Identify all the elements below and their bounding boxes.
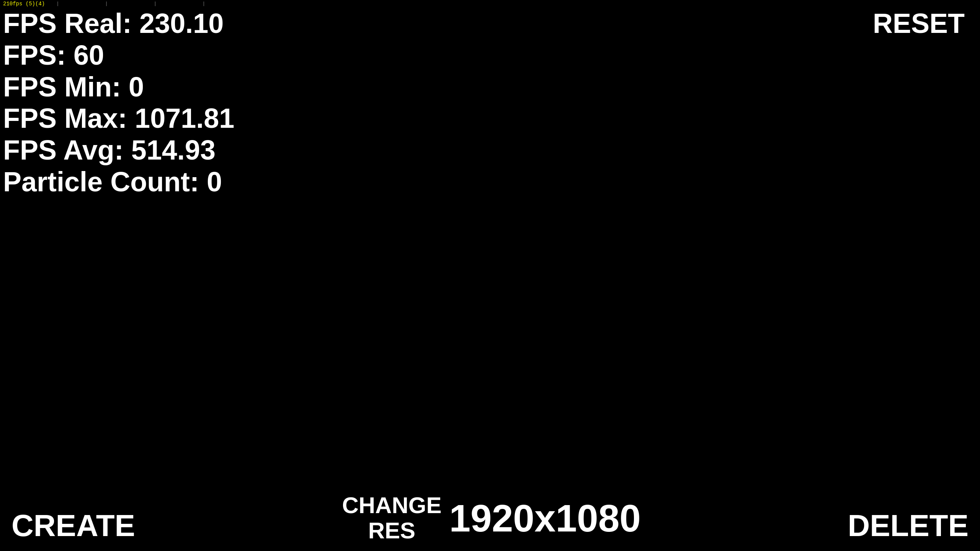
fps-max-value: 1071.81 [135,103,234,134]
particle-count-label: Particle Count: [3,166,199,197]
fps-real-label: FPS Real: [3,8,132,39]
fps-max-label: FPS Max: [3,103,127,134]
fps-min-value: 0 [129,72,144,102]
fps-min-label: FPS Min: [3,72,121,102]
stats-panel: FPS Real: 230.10 FPS: 60 FPS Min: 0 FPS … [3,8,234,198]
fps-avg-label: FPS Avg: [3,135,124,165]
bottom-bar: CREATE CHANGE RES 1920x1080 DELETE [0,493,980,543]
timeline-marker-4: | [203,1,205,7]
timeline-marker-2: | [105,1,108,7]
change-res-line1: CHANGE [342,493,441,518]
change-res-button[interactable]: CHANGE RES [342,493,441,543]
change-res-group: CHANGE RES 1920x1080 [342,493,641,543]
timeline-marker-3: | [154,1,157,7]
resolution-display: 1920x1080 [449,496,641,540]
fps-max-stat: FPS Max: 1071.81 [3,103,234,134]
timeline-marker-1: | [56,1,59,7]
fps-stat: FPS: 60 [3,39,234,71]
fps-min-stat: FPS Min: 0 [3,71,234,103]
create-button[interactable]: CREATE [11,508,135,543]
delete-button[interactable]: DELETE [848,508,969,543]
fps-avg-value: 514.93 [131,135,216,165]
fps-label: FPS: [3,40,66,70]
reset-button[interactable]: RESET [873,8,965,39]
change-res-line2: RES [342,518,441,543]
fps-avg-stat: FPS Avg: 514.93 [3,134,234,166]
fps-value: 60 [74,40,104,70]
particle-count-stat: Particle Count: 0 [3,166,234,198]
window-title: 210fps (5)(4) [0,1,45,7]
fps-real-stat: FPS Real: 230.10 [3,8,234,39]
fps-real-value: 230.10 [139,8,224,39]
particle-count-value: 0 [207,166,222,197]
